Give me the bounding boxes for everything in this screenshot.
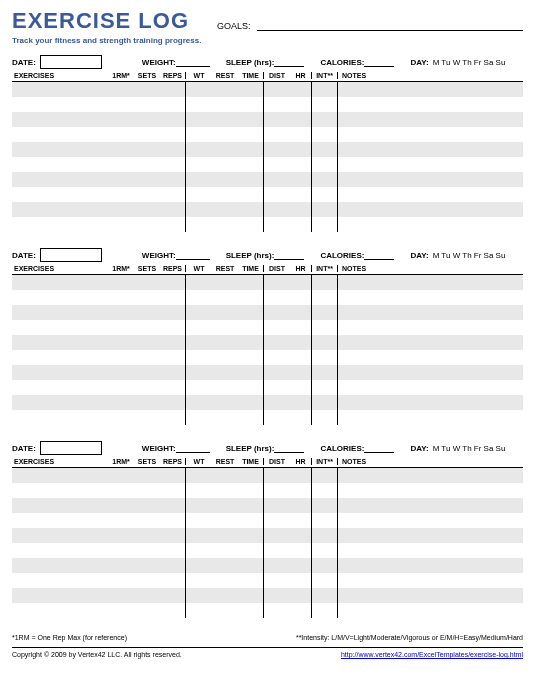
table-row[interactable] [12, 142, 523, 157]
calories-input-line[interactable] [364, 443, 394, 453]
weight-label: WEIGHT: [142, 251, 176, 260]
goals-input-line[interactable] [257, 21, 523, 31]
sleep-label: SLEEP (hrs): [226, 58, 275, 67]
day-options: M Tu W Th Fr Sa Su [433, 444, 506, 453]
table-row[interactable] [12, 217, 523, 232]
col-dist: DIST [264, 72, 290, 79]
table-row[interactable] [12, 603, 523, 618]
copyright: Copyright © 2009 by Vertex42 LLC. All ri… [12, 651, 182, 658]
footnote-intensity: **Intensity: L/M/V=Light/Moderate/Vigoro… [296, 634, 523, 641]
table-row[interactable] [12, 483, 523, 498]
col-dist: DIST [264, 458, 290, 465]
table-row[interactable] [12, 335, 523, 350]
table-row[interactable] [12, 157, 523, 172]
weight-label: WEIGHT: [142, 444, 176, 453]
table-row[interactable] [12, 127, 523, 142]
col-rest: REST [212, 265, 238, 272]
table-row[interactable] [12, 202, 523, 217]
col-sets: SETS [134, 72, 160, 79]
footnote-1rm: *1RM = One Rep Max (for reference) [12, 634, 127, 641]
col-notes: NOTES [338, 458, 523, 465]
col-wt: WT [186, 72, 212, 79]
col-dist: DIST [264, 265, 290, 272]
col-hr: HR [290, 72, 312, 79]
weight-input-line[interactable] [176, 57, 210, 67]
calories-input-line[interactable] [364, 250, 394, 260]
day-options: M Tu W Th Fr Sa Su [433, 251, 506, 260]
table-row[interactable] [12, 112, 523, 127]
col-reps: REPS [160, 72, 186, 79]
weight-input-line[interactable] [176, 250, 210, 260]
col-time: TIME [238, 458, 264, 465]
col-time: TIME [238, 265, 264, 272]
col-exercises: EXERCISES [12, 458, 108, 465]
date-input[interactable] [40, 55, 102, 69]
table-row[interactable] [12, 187, 523, 202]
subtitle: Track your fitness and strength training… [12, 36, 523, 45]
col-reps: REPS [160, 265, 186, 272]
table-row[interactable] [12, 558, 523, 573]
col-wt: WT [186, 458, 212, 465]
sleep-input-line[interactable] [274, 443, 304, 453]
date-input[interactable] [40, 248, 102, 262]
col-wt: WT [186, 265, 212, 272]
col-hr: HR [290, 458, 312, 465]
date-label: DATE: [12, 444, 36, 453]
table-row[interactable] [12, 528, 523, 543]
weight-label: WEIGHT: [142, 58, 176, 67]
col-1rm: 1RM* [108, 458, 134, 465]
col-notes: NOTES [338, 265, 523, 272]
col-rest: REST [212, 72, 238, 79]
date-input[interactable] [40, 441, 102, 455]
table-row[interactable] [12, 543, 523, 558]
sleep-label: SLEEP (hrs): [226, 444, 275, 453]
col-int: INT** [312, 72, 338, 79]
table-row[interactable] [12, 498, 523, 513]
table-row[interactable] [12, 172, 523, 187]
source-url[interactable]: http://www.vertex42.com/ExcelTemplates/e… [341, 651, 523, 658]
table-row[interactable] [12, 320, 523, 335]
table-row[interactable] [12, 290, 523, 305]
table-row[interactable] [12, 468, 523, 483]
table-row[interactable] [12, 513, 523, 528]
col-sets: SETS [134, 458, 160, 465]
col-sets: SETS [134, 265, 160, 272]
col-exercises: EXERCISES [12, 265, 108, 272]
table-row[interactable] [12, 305, 523, 320]
col-1rm: 1RM* [108, 265, 134, 272]
col-int: INT** [312, 265, 338, 272]
page-title: EXERCISE LOG [12, 8, 189, 34]
table-row[interactable] [12, 588, 523, 603]
date-label: DATE: [12, 58, 36, 67]
weight-input-line[interactable] [176, 443, 210, 453]
col-hr: HR [290, 265, 312, 272]
sleep-label: SLEEP (hrs): [226, 251, 275, 260]
day-options: M Tu W Th Fr Sa Su [433, 58, 506, 67]
sleep-input-line[interactable] [274, 250, 304, 260]
date-label: DATE: [12, 251, 36, 260]
table-row[interactable] [12, 350, 523, 365]
day-label: DAY: [410, 444, 428, 453]
table-row[interactable] [12, 395, 523, 410]
table-row[interactable] [12, 97, 523, 112]
day-label: DAY: [410, 58, 428, 67]
col-int: INT** [312, 458, 338, 465]
table-row[interactable] [12, 275, 523, 290]
col-rest: REST [212, 458, 238, 465]
table-row[interactable] [12, 410, 523, 425]
goals-label: GOALS: [217, 21, 251, 31]
table-row[interactable] [12, 365, 523, 380]
col-time: TIME [238, 72, 264, 79]
calories-label: CALORIES: [320, 444, 364, 453]
calories-label: CALORIES: [320, 251, 364, 260]
col-notes: NOTES [338, 72, 523, 79]
col-reps: REPS [160, 458, 186, 465]
table-row[interactable] [12, 573, 523, 588]
col-1rm: 1RM* [108, 72, 134, 79]
sleep-input-line[interactable] [274, 57, 304, 67]
table-row[interactable] [12, 82, 523, 97]
table-row[interactable] [12, 380, 523, 395]
calories-input-line[interactable] [364, 57, 394, 67]
calories-label: CALORIES: [320, 58, 364, 67]
day-label: DAY: [410, 251, 428, 260]
